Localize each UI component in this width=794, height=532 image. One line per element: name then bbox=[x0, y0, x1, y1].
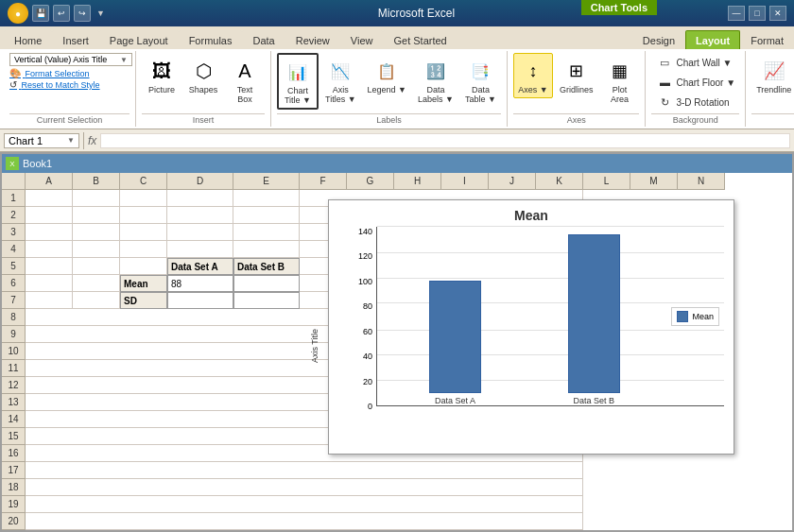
tab-data[interactable]: Data bbox=[242, 30, 285, 49]
minimize-button[interactable]: — bbox=[728, 6, 745, 21]
cell-b2[interactable] bbox=[73, 207, 120, 224]
cell-e1[interactable] bbox=[233, 190, 300, 207]
row-header-10: 10 bbox=[2, 343, 26, 360]
row-header-18: 18 bbox=[2, 479, 26, 496]
insert-content: 🖼 Picture ⬡ Shapes A TextBox bbox=[142, 53, 265, 113]
axis-titles-button[interactable]: 📉 AxisTitles ▼ bbox=[320, 53, 361, 108]
col-header-b: B bbox=[73, 173, 120, 190]
spreadsheet: A B C D E F G H I J K L M N 1 2 3 4 5 6 … bbox=[2, 173, 792, 530]
cell-b5[interactable] bbox=[73, 258, 120, 275]
3d-rotation-button[interactable]: ↻ 3-D Rotation bbox=[651, 93, 739, 112]
cell-c5[interactable] bbox=[120, 258, 167, 275]
trendline-button[interactable]: 📈 Trendline bbox=[751, 53, 794, 98]
cell-d5[interactable]: Data Set A bbox=[167, 258, 233, 275]
tab-page-layout[interactable]: Page Layout bbox=[99, 30, 179, 49]
cell-c4[interactable] bbox=[120, 241, 167, 258]
close-button[interactable]: ✕ bbox=[769, 6, 786, 21]
tab-layout[interactable]: Layout bbox=[685, 30, 740, 49]
cell-d2[interactable] bbox=[167, 207, 233, 224]
tab-review[interactable]: Review bbox=[285, 30, 340, 49]
cell-row17[interactable] bbox=[26, 462, 583, 479]
qat-redo[interactable]: ↪ bbox=[74, 5, 91, 22]
cell-row19[interactable] bbox=[26, 496, 583, 513]
gridlines-button[interactable]: ⊞ Gridlines bbox=[555, 53, 598, 98]
cell-d7[interactable] bbox=[167, 292, 233, 309]
cell-a2[interactable] bbox=[26, 207, 73, 224]
qat-save[interactable]: 💾 bbox=[32, 5, 49, 22]
cell-c2[interactable] bbox=[120, 207, 167, 224]
cell-a3[interactable] bbox=[26, 224, 73, 241]
picture-button[interactable]: 🖼 Picture bbox=[142, 53, 181, 98]
cell-d1[interactable] bbox=[167, 190, 233, 207]
chart-floor-button[interactable]: ▬ Chart Floor ▼ bbox=[651, 73, 739, 92]
cell-b7[interactable] bbox=[73, 292, 120, 309]
tab-get-started[interactable]: Get Started bbox=[383, 30, 457, 49]
text-box-button[interactable]: A TextBox bbox=[225, 53, 265, 108]
maximize-button[interactable]: □ bbox=[749, 6, 766, 21]
analysis-content: 📈 Trendline — Lines ▼ ⬆⬇ Up/Down Bars ▼ … bbox=[751, 53, 794, 113]
workbook-title-bar: X Book1 bbox=[2, 154, 792, 173]
tab-view[interactable]: View bbox=[340, 30, 384, 49]
y-tick-20: 20 bbox=[363, 377, 372, 386]
selection-dropdown[interactable]: Vertical (Value) Axis Title ▼ bbox=[9, 53, 132, 66]
tab-design[interactable]: Design bbox=[632, 30, 685, 49]
chart-container[interactable]: Mean 0 20 40 60 80 100 120 140 bbox=[328, 199, 734, 455]
workbook-title: Book1 bbox=[23, 158, 52, 169]
cell-e2[interactable] bbox=[233, 207, 300, 224]
tab-format[interactable]: Format bbox=[740, 30, 794, 49]
tab-home[interactable]: Home bbox=[4, 30, 52, 49]
cell-a6[interactable] bbox=[26, 275, 73, 292]
cell-e5[interactable]: Data Set B bbox=[233, 258, 300, 275]
axes-button[interactable]: ↕ Axes ▼ bbox=[513, 53, 553, 98]
cell-b4[interactable] bbox=[73, 241, 120, 258]
table-row bbox=[26, 462, 792, 479]
cell-a4[interactable] bbox=[26, 241, 73, 258]
shapes-button[interactable]: ⬡ Shapes bbox=[183, 53, 223, 98]
reset-to-match-style-button[interactable]: ↺ Reset to Match Style bbox=[9, 79, 129, 90]
cell-c3[interactable] bbox=[120, 224, 167, 241]
qat-more[interactable]: ▼ bbox=[96, 9, 105, 18]
cell-a5[interactable] bbox=[26, 258, 73, 275]
cell-d6[interactable]: 88 bbox=[167, 275, 233, 292]
row-header-17: 17 bbox=[2, 462, 26, 479]
chart-title-button[interactable]: 📊 ChartTitle ▼ bbox=[277, 53, 319, 110]
cell-e6[interactable] bbox=[233, 275, 300, 292]
data-labels-button[interactable]: 🔢 DataLabels ▼ bbox=[413, 53, 458, 108]
cell-a1[interactable] bbox=[26, 190, 73, 207]
name-box[interactable]: Chart 1 ▼ bbox=[4, 133, 79, 148]
cell-c1[interactable] bbox=[120, 190, 167, 207]
col-header-c: C bbox=[120, 173, 167, 190]
cell-row18[interactable] bbox=[26, 479, 583, 496]
tab-formulas[interactable]: Formulas bbox=[179, 30, 243, 49]
format-selection-button[interactable]: 🎨 Format Selection bbox=[9, 68, 129, 78]
labels-group-label: Labels bbox=[277, 113, 501, 125]
qat-undo[interactable]: ↩ bbox=[53, 5, 70, 22]
cell-c6[interactable]: Mean bbox=[120, 275, 167, 292]
insert-group: 🖼 Picture ⬡ Shapes A TextBox Insert bbox=[136, 51, 271, 127]
cell-d4[interactable] bbox=[167, 241, 233, 258]
cell-row20[interactable] bbox=[26, 513, 583, 530]
title-bar: ● 💾 ↩ ↪ ▼ Microsoft Excel Chart Tools — … bbox=[0, 0, 794, 26]
plot-area-icon: ▦ bbox=[604, 56, 634, 86]
analysis-group-label: Analysis bbox=[751, 113, 794, 125]
cell-b1[interactable] bbox=[73, 190, 120, 207]
col-header-a: A bbox=[26, 173, 73, 190]
bar-a bbox=[429, 281, 481, 393]
cell-e7[interactable] bbox=[233, 292, 300, 309]
cell-b3[interactable] bbox=[73, 224, 120, 241]
cell-e3[interactable] bbox=[233, 224, 300, 241]
data-table-button[interactable]: 📑 DataTable ▼ bbox=[460, 53, 501, 108]
legend-button[interactable]: 📋 Legend ▼ bbox=[363, 53, 411, 98]
formula-input[interactable] bbox=[100, 133, 790, 148]
row-header-11: 11 bbox=[2, 360, 26, 377]
plot-area-button[interactable]: ▦ PlotArea bbox=[599, 53, 639, 108]
cell-b6[interactable] bbox=[73, 275, 120, 292]
cell-d3[interactable] bbox=[167, 224, 233, 241]
cell-e4[interactable] bbox=[233, 241, 300, 258]
cell-c7[interactable]: SD bbox=[120, 292, 167, 309]
office-button[interactable]: ● bbox=[8, 3, 28, 24]
col-header-f: F bbox=[300, 173, 347, 190]
tab-insert[interactable]: Insert bbox=[52, 30, 99, 49]
chart-wall-button[interactable]: ▭ Chart Wall ▼ bbox=[651, 53, 739, 72]
cell-a7[interactable] bbox=[26, 292, 73, 309]
